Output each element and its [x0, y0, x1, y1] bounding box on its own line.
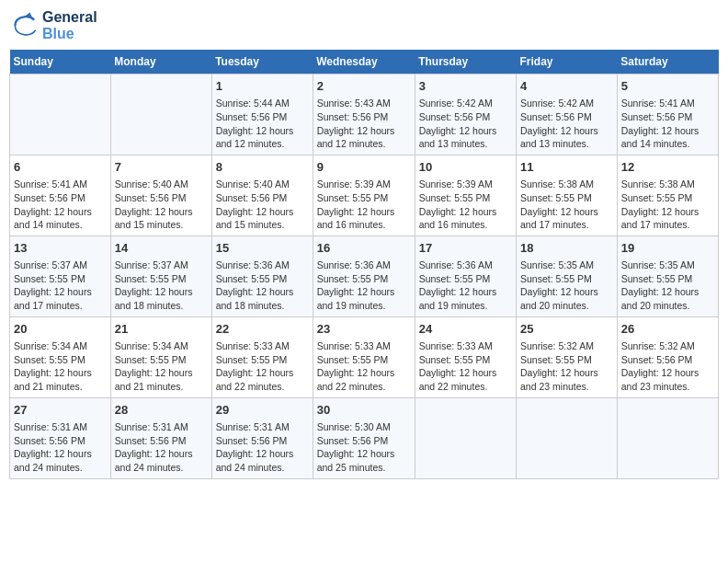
calendar-cell: 30Sunrise: 5:30 AM Sunset: 5:56 PM Dayli… [313, 397, 415, 478]
calendar-cell: 14Sunrise: 5:37 AM Sunset: 5:55 PM Dayli… [110, 236, 211, 316]
calendar-cell: 4Sunrise: 5:42 AM Sunset: 5:56 PM Daylig… [517, 75, 618, 155]
day-number: 12 [621, 159, 714, 176]
day-content: Sunrise: 5:33 AM Sunset: 5:55 PM Dayligh… [317, 339, 411, 394]
day-number: 2 [317, 78, 411, 95]
day-number: 26 [621, 321, 714, 338]
calendar-cell: 6Sunrise: 5:41 AM Sunset: 5:56 PM Daylig… [10, 155, 111, 236]
header-thursday: Thursday [415, 50, 516, 75]
day-number: 25 [520, 321, 613, 338]
day-number: 28 [115, 402, 208, 419]
day-number: 30 [317, 402, 411, 419]
week-row-4: 20Sunrise: 5:34 AM Sunset: 5:55 PM Dayli… [10, 316, 719, 397]
day-number: 11 [520, 159, 613, 176]
day-content: Sunrise: 5:33 AM Sunset: 5:55 PM Dayligh… [216, 339, 309, 394]
calendar-cell: 1Sunrise: 5:44 AM Sunset: 5:56 PM Daylig… [211, 75, 313, 155]
day-content: Sunrise: 5:33 AM Sunset: 5:55 PM Dayligh… [419, 339, 512, 394]
day-number: 24 [419, 321, 512, 338]
day-number: 6 [14, 159, 107, 176]
day-number: 16 [317, 240, 411, 257]
day-number: 8 [216, 159, 309, 176]
day-number: 3 [419, 78, 512, 95]
calendar-cell: 17Sunrise: 5:36 AM Sunset: 5:55 PM Dayli… [415, 236, 516, 316]
calendar-cell: 18Sunrise: 5:35 AM Sunset: 5:55 PM Dayli… [517, 236, 618, 316]
calendar-cell: 8Sunrise: 5:40 AM Sunset: 5:56 PM Daylig… [211, 155, 313, 236]
day-content: Sunrise: 5:40 AM Sunset: 5:56 PM Dayligh… [216, 178, 309, 232]
page-header: General Blue [9, 9, 719, 42]
header-monday: Monday [110, 50, 211, 75]
day-content: Sunrise: 5:36 AM Sunset: 5:55 PM Dayligh… [317, 259, 411, 313]
day-content: Sunrise: 5:39 AM Sunset: 5:55 PM Dayligh… [317, 178, 411, 232]
calendar-cell: 11Sunrise: 5:38 AM Sunset: 5:55 PM Dayli… [517, 155, 618, 236]
header-saturday: Saturday [617, 50, 718, 75]
calendar-cell: 7Sunrise: 5:40 AM Sunset: 5:56 PM Daylig… [110, 155, 211, 236]
calendar-cell: 26Sunrise: 5:32 AM Sunset: 5:56 PM Dayli… [617, 316, 718, 397]
calendar-cell [415, 397, 516, 478]
day-number: 14 [115, 240, 208, 257]
day-number: 13 [14, 240, 107, 257]
day-number: 22 [216, 321, 309, 338]
day-number: 20 [14, 321, 107, 338]
day-content: Sunrise: 5:42 AM Sunset: 5:56 PM Dayligh… [520, 97, 613, 151]
day-content: Sunrise: 5:35 AM Sunset: 5:55 PM Dayligh… [621, 259, 714, 313]
calendar-cell: 5Sunrise: 5:41 AM Sunset: 5:56 PM Daylig… [617, 75, 718, 155]
day-number: 4 [520, 78, 613, 95]
day-content: Sunrise: 5:37 AM Sunset: 5:55 PM Dayligh… [14, 259, 107, 313]
calendar-cell: 12Sunrise: 5:38 AM Sunset: 5:55 PM Dayli… [617, 155, 718, 236]
day-content: Sunrise: 5:31 AM Sunset: 5:56 PM Dayligh… [216, 420, 309, 475]
day-content: Sunrise: 5:32 AM Sunset: 5:56 PM Dayligh… [621, 339, 714, 394]
day-number: 21 [115, 321, 208, 338]
calendar-cell [517, 397, 618, 478]
day-content: Sunrise: 5:41 AM Sunset: 5:56 PM Dayligh… [14, 178, 107, 232]
header-friday: Friday [517, 50, 618, 75]
week-row-3: 13Sunrise: 5:37 AM Sunset: 5:55 PM Dayli… [10, 236, 719, 316]
logo: General Blue [9, 9, 97, 42]
day-content: Sunrise: 5:38 AM Sunset: 5:55 PM Dayligh… [520, 178, 613, 232]
day-content: Sunrise: 5:32 AM Sunset: 5:55 PM Dayligh… [520, 339, 613, 394]
day-content: Sunrise: 5:42 AM Sunset: 5:56 PM Dayligh… [419, 97, 512, 151]
day-number: 18 [520, 240, 613, 257]
day-content: Sunrise: 5:40 AM Sunset: 5:56 PM Dayligh… [115, 178, 208, 232]
day-content: Sunrise: 5:44 AM Sunset: 5:56 PM Dayligh… [216, 97, 309, 151]
day-content: Sunrise: 5:34 AM Sunset: 5:55 PM Dayligh… [14, 339, 107, 394]
calendar-cell: 19Sunrise: 5:35 AM Sunset: 5:55 PM Dayli… [617, 236, 718, 316]
day-content: Sunrise: 5:30 AM Sunset: 5:56 PM Dayligh… [317, 420, 411, 475]
calendar-cell [110, 75, 211, 155]
day-content: Sunrise: 5:35 AM Sunset: 5:55 PM Dayligh… [520, 259, 613, 313]
header-wednesday: Wednesday [313, 50, 415, 75]
calendar-cell: 23Sunrise: 5:33 AM Sunset: 5:55 PM Dayli… [313, 316, 415, 397]
logo-text: General Blue [42, 9, 97, 42]
day-number: 7 [115, 159, 208, 176]
calendar-cell [617, 397, 718, 478]
calendar-cell: 16Sunrise: 5:36 AM Sunset: 5:55 PM Dayli… [313, 236, 415, 316]
week-row-2: 6Sunrise: 5:41 AM Sunset: 5:56 PM Daylig… [10, 155, 719, 236]
day-number: 15 [216, 240, 309, 257]
day-number: 1 [216, 78, 309, 95]
calendar-cell: 2Sunrise: 5:43 AM Sunset: 5:56 PM Daylig… [313, 75, 415, 155]
calendar-cell: 24Sunrise: 5:33 AM Sunset: 5:55 PM Dayli… [415, 316, 516, 397]
calendar-cell [10, 75, 111, 155]
day-number: 9 [317, 159, 411, 176]
day-number: 29 [216, 402, 309, 419]
day-content: Sunrise: 5:41 AM Sunset: 5:56 PM Dayligh… [621, 97, 714, 151]
day-number: 17 [419, 240, 512, 257]
day-content: Sunrise: 5:31 AM Sunset: 5:56 PM Dayligh… [115, 420, 208, 475]
week-row-5: 27Sunrise: 5:31 AM Sunset: 5:56 PM Dayli… [10, 397, 719, 478]
calendar-cell: 25Sunrise: 5:32 AM Sunset: 5:55 PM Dayli… [517, 316, 618, 397]
calendar-cell: 3Sunrise: 5:42 AM Sunset: 5:56 PM Daylig… [415, 75, 516, 155]
day-content: Sunrise: 5:37 AM Sunset: 5:55 PM Dayligh… [115, 259, 208, 313]
day-number: 19 [621, 240, 714, 257]
day-content: Sunrise: 5:39 AM Sunset: 5:55 PM Dayligh… [419, 178, 512, 232]
day-number: 5 [621, 78, 714, 95]
day-number: 23 [317, 321, 411, 338]
calendar-cell: 28Sunrise: 5:31 AM Sunset: 5:56 PM Dayli… [110, 397, 211, 478]
calendar-cell: 29Sunrise: 5:31 AM Sunset: 5:56 PM Dayli… [211, 397, 313, 478]
header-sunday: Sunday [10, 50, 111, 75]
calendar-cell: 20Sunrise: 5:34 AM Sunset: 5:55 PM Dayli… [10, 316, 111, 397]
day-content: Sunrise: 5:34 AM Sunset: 5:55 PM Dayligh… [115, 339, 208, 394]
calendar-cell: 10Sunrise: 5:39 AM Sunset: 5:55 PM Dayli… [415, 155, 516, 236]
day-content: Sunrise: 5:43 AM Sunset: 5:56 PM Dayligh… [317, 97, 411, 151]
calendar-header-row: SundayMondayTuesdayWednesdayThursdayFrid… [10, 50, 719, 75]
week-row-1: 1Sunrise: 5:44 AM Sunset: 5:56 PM Daylig… [10, 75, 719, 155]
day-content: Sunrise: 5:36 AM Sunset: 5:55 PM Dayligh… [216, 259, 309, 313]
calendar-cell: 21Sunrise: 5:34 AM Sunset: 5:55 PM Dayli… [110, 316, 211, 397]
